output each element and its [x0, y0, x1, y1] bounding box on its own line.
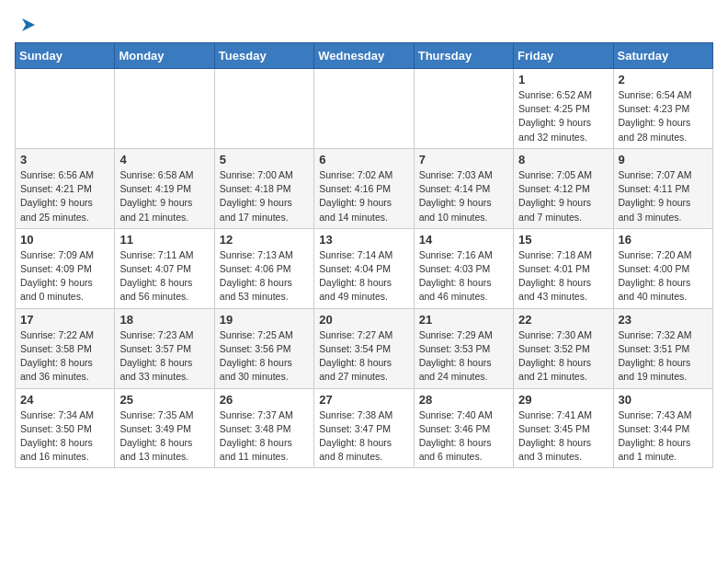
calendar-header-row: SundayMondayTuesdayWednesdayThursdayFrid…: [16, 43, 713, 69]
day-number: 1: [518, 73, 608, 86]
day-number: 22: [518, 313, 608, 327]
day-number: 30: [619, 393, 708, 407]
day-detail: Sunrise: 6:56 AM Sunset: 4:21 PM Dayligh…: [20, 168, 109, 224]
calendar-cell: 17Sunrise: 7:22 AM Sunset: 3:58 PM Dayli…: [16, 308, 115, 388]
day-number: 4: [119, 153, 209, 167]
day-detail: Sunrise: 7:02 AM Sunset: 4:16 PM Dayligh…: [319, 168, 408, 224]
calendar-cell: 21Sunrise: 7:29 AM Sunset: 3:53 PM Dayli…: [414, 308, 513, 388]
day-detail: Sunrise: 7:29 AM Sunset: 3:53 PM Dayligh…: [419, 328, 508, 385]
calendar-cell: 14Sunrise: 7:16 AM Sunset: 4:03 PM Dayli…: [414, 228, 513, 308]
day-number: 10: [20, 233, 109, 247]
calendar-cell: 20Sunrise: 7:27 AM Sunset: 3:54 PM Dayli…: [314, 308, 414, 388]
day-number: 7: [419, 153, 508, 167]
day-detail: Sunrise: 7:30 AM Sunset: 3:52 PM Dayligh…: [518, 328, 608, 385]
calendar-cell: 24Sunrise: 7:34 AM Sunset: 3:50 PM Dayli…: [16, 388, 115, 468]
calendar-cell: 5Sunrise: 7:00 AM Sunset: 4:18 PM Daylig…: [214, 148, 313, 228]
day-detail: Sunrise: 7:41 AM Sunset: 3:45 PM Dayligh…: [518, 408, 608, 465]
day-number: 14: [419, 233, 508, 247]
calendar-cell: [414, 69, 513, 149]
day-number: 8: [518, 153, 608, 167]
day-detail: Sunrise: 7:16 AM Sunset: 4:03 PM Dayligh…: [419, 248, 508, 304]
day-detail: Sunrise: 7:23 AM Sunset: 3:57 PM Dayligh…: [119, 328, 209, 385]
day-number: 24: [20, 393, 109, 407]
logo-icon: [18, 15, 39, 35]
day-detail: Sunrise: 7:34 AM Sunset: 3:50 PM Dayligh…: [20, 408, 109, 465]
calendar-cell: 10Sunrise: 7:09 AM Sunset: 4:09 PM Dayli…: [16, 228, 115, 308]
day-header-saturday: Saturday: [613, 43, 712, 69]
calendar-cell: 22Sunrise: 7:30 AM Sunset: 3:52 PM Dayli…: [514, 308, 613, 388]
day-number: 3: [20, 153, 109, 167]
day-detail: Sunrise: 7:22 AM Sunset: 3:58 PM Dayligh…: [20, 328, 109, 385]
day-detail: Sunrise: 7:03 AM Sunset: 4:14 PM Dayligh…: [419, 168, 508, 224]
day-detail: Sunrise: 7:13 AM Sunset: 4:06 PM Dayligh…: [220, 248, 309, 304]
calendar-cell: 13Sunrise: 7:14 AM Sunset: 4:04 PM Dayli…: [314, 228, 414, 308]
calendar-cell: 16Sunrise: 7:20 AM Sunset: 4:00 PM Dayli…: [613, 228, 712, 308]
calendar-week-row: 17Sunrise: 7:22 AM Sunset: 3:58 PM Dayli…: [16, 308, 713, 388]
day-header-tuesday: Tuesday: [214, 43, 313, 69]
day-detail: Sunrise: 7:11 AM Sunset: 4:07 PM Dayligh…: [119, 248, 209, 304]
day-header-monday: Monday: [115, 43, 214, 69]
day-number: 11: [119, 233, 209, 247]
day-detail: Sunrise: 6:52 AM Sunset: 4:25 PM Dayligh…: [518, 88, 608, 144]
day-number: 9: [619, 153, 708, 167]
calendar-week-row: 24Sunrise: 7:34 AM Sunset: 3:50 PM Dayli…: [16, 388, 713, 468]
day-number: 2: [619, 73, 708, 86]
day-number: 27: [319, 393, 408, 407]
day-detail: Sunrise: 7:07 AM Sunset: 4:11 PM Dayligh…: [619, 168, 708, 224]
calendar-cell: [16, 69, 115, 149]
day-detail: Sunrise: 7:18 AM Sunset: 4:01 PM Dayligh…: [518, 248, 608, 304]
day-detail: Sunrise: 6:58 AM Sunset: 4:19 PM Dayligh…: [119, 168, 209, 224]
day-number: 15: [518, 233, 608, 247]
calendar-cell: [214, 69, 313, 149]
calendar-cell: [314, 69, 414, 149]
day-number: 16: [619, 233, 708, 247]
calendar-cell: 4Sunrise: 6:58 AM Sunset: 4:19 PM Daylig…: [115, 148, 214, 228]
day-number: 26: [220, 393, 309, 407]
day-number: 6: [319, 153, 408, 167]
day-detail: Sunrise: 7:38 AM Sunset: 3:47 PM Dayligh…: [319, 408, 408, 465]
day-number: 25: [119, 393, 209, 407]
header: [15, 15, 713, 35]
day-number: 18: [119, 313, 209, 327]
calendar-cell: 9Sunrise: 7:07 AM Sunset: 4:11 PM Daylig…: [613, 148, 712, 228]
day-detail: Sunrise: 7:25 AM Sunset: 3:56 PM Dayligh…: [220, 328, 309, 385]
day-header-wednesday: Wednesday: [314, 43, 414, 69]
day-number: 5: [220, 153, 309, 167]
calendar-week-row: 1Sunrise: 6:52 AM Sunset: 4:25 PM Daylig…: [16, 69, 713, 149]
calendar-cell: 23Sunrise: 7:32 AM Sunset: 3:51 PM Dayli…: [613, 308, 712, 388]
calendar-cell: 15Sunrise: 7:18 AM Sunset: 4:01 PM Dayli…: [514, 228, 613, 308]
day-detail: Sunrise: 7:37 AM Sunset: 3:48 PM Dayligh…: [220, 408, 309, 465]
calendar-week-row: 10Sunrise: 7:09 AM Sunset: 4:09 PM Dayli…: [16, 228, 713, 308]
day-number: 20: [319, 313, 408, 327]
day-header-sunday: Sunday: [16, 43, 115, 69]
calendar-cell: 30Sunrise: 7:43 AM Sunset: 3:44 PM Dayli…: [613, 388, 712, 468]
calendar-cell: 3Sunrise: 6:56 AM Sunset: 4:21 PM Daylig…: [16, 148, 115, 228]
day-detail: Sunrise: 7:43 AM Sunset: 3:44 PM Dayligh…: [619, 408, 708, 465]
day-number: 21: [419, 313, 508, 327]
calendar-cell: 29Sunrise: 7:41 AM Sunset: 3:45 PM Dayli…: [514, 388, 613, 468]
calendar-cell: 12Sunrise: 7:13 AM Sunset: 4:06 PM Dayli…: [214, 228, 313, 308]
calendar-cell: 7Sunrise: 7:03 AM Sunset: 4:14 PM Daylig…: [414, 148, 513, 228]
day-detail: Sunrise: 7:14 AM Sunset: 4:04 PM Dayligh…: [319, 248, 408, 304]
calendar-cell: 26Sunrise: 7:37 AM Sunset: 3:48 PM Dayli…: [214, 388, 313, 468]
logo: [15, 15, 39, 35]
day-detail: Sunrise: 7:32 AM Sunset: 3:51 PM Dayligh…: [619, 328, 708, 385]
day-detail: Sunrise: 7:20 AM Sunset: 4:00 PM Dayligh…: [619, 248, 708, 304]
calendar-week-row: 3Sunrise: 6:56 AM Sunset: 4:21 PM Daylig…: [16, 148, 713, 228]
day-detail: Sunrise: 7:35 AM Sunset: 3:49 PM Dayligh…: [119, 408, 209, 465]
day-number: 29: [518, 393, 608, 407]
calendar: SundayMondayTuesdayWednesdayThursdayFrid…: [15, 42, 713, 468]
calendar-cell: 1Sunrise: 6:52 AM Sunset: 4:25 PM Daylig…: [514, 69, 613, 149]
calendar-cell: 25Sunrise: 7:35 AM Sunset: 3:49 PM Dayli…: [115, 388, 214, 468]
day-detail: Sunrise: 7:27 AM Sunset: 3:54 PM Dayligh…: [319, 328, 408, 385]
calendar-cell: 8Sunrise: 7:05 AM Sunset: 4:12 PM Daylig…: [514, 148, 613, 228]
calendar-cell: 28Sunrise: 7:40 AM Sunset: 3:46 PM Dayli…: [414, 388, 513, 468]
day-detail: Sunrise: 7:00 AM Sunset: 4:18 PM Dayligh…: [220, 168, 309, 224]
day-header-thursday: Thursday: [414, 43, 513, 69]
calendar-cell: 6Sunrise: 7:02 AM Sunset: 4:16 PM Daylig…: [314, 148, 414, 228]
day-detail: Sunrise: 7:40 AM Sunset: 3:46 PM Dayligh…: [419, 408, 508, 465]
calendar-cell: 2Sunrise: 6:54 AM Sunset: 4:23 PM Daylig…: [613, 69, 712, 149]
day-number: 12: [220, 233, 309, 247]
day-detail: Sunrise: 6:54 AM Sunset: 4:23 PM Dayligh…: [619, 88, 708, 144]
calendar-cell: 19Sunrise: 7:25 AM Sunset: 3:56 PM Dayli…: [214, 308, 313, 388]
